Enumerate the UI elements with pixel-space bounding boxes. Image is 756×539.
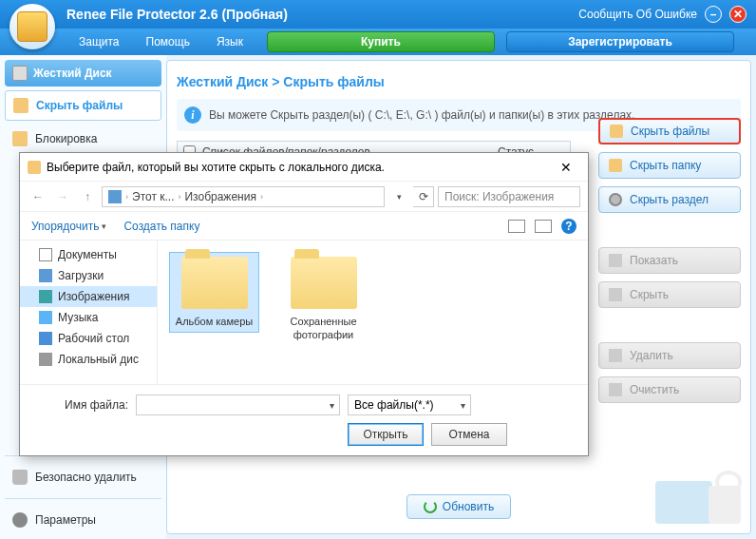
- path-segment-images[interactable]: Изображения: [184, 190, 255, 203]
- lock-icon: [28, 161, 41, 174]
- cancel-button[interactable]: Отмена: [431, 423, 507, 446]
- tree-item-localdisk[interactable]: Локальный дис: [20, 349, 157, 370]
- buy-button[interactable]: Купить: [267, 31, 495, 52]
- refresh-label: Обновить: [443, 500, 494, 513]
- organize-menu[interactable]: Упорядочить ▾: [31, 220, 106, 233]
- action-delete: Удалить: [598, 342, 741, 369]
- sidebar-item-hide-files[interactable]: Скрыть файлы: [5, 90, 161, 121]
- file-item-camera-album[interactable]: Альбом камеры: [169, 252, 259, 333]
- images-icon: [39, 290, 52, 303]
- action-hide-folder[interactable]: Скрыть папку: [598, 152, 741, 179]
- tree-label: Локальный дис: [58, 353, 139, 366]
- menu-help[interactable]: Помощь: [134, 31, 202, 52]
- search-input[interactable]: Поиск: Изображения: [438, 186, 580, 207]
- sidebar-item-label: Параметры: [35, 513, 96, 527]
- tree-label: Музыка: [58, 311, 98, 324]
- action-label: Скрыть папку: [630, 159, 701, 172]
- register-button[interactable]: Зарегистрировать: [506, 31, 734, 52]
- view-mode-button[interactable]: [508, 220, 525, 233]
- disk-icon: [12, 66, 28, 81]
- sidebar-item-params[interactable]: Параметры: [5, 506, 161, 534]
- action-hide: Скрыть: [598, 281, 741, 308]
- sidebar-item-lock[interactable]: Блокировка: [5, 125, 161, 153]
- dialog-title: Выберите файл, который вы хотите скрыть …: [47, 161, 385, 174]
- nav-forward-button[interactable]: →: [52, 186, 73, 207]
- filename-label: Имя файла:: [33, 398, 128, 412]
- path-bar[interactable]: › Этот к... › Изображения ›: [102, 186, 385, 207]
- filename-input[interactable]: [136, 395, 340, 415]
- nav-back-button[interactable]: ←: [28, 186, 48, 207]
- dialog-close-button[interactable]: ✕: [552, 160, 580, 175]
- app-logo: [9, 4, 55, 49]
- close-button[interactable]: ✕: [729, 6, 747, 23]
- sidebar-item-safe-delete[interactable]: Безопасно удалить: [5, 463, 161, 491]
- disk-icon: [39, 353, 52, 366]
- file-icon: [610, 125, 623, 138]
- tree-label: Рабочий стол: [58, 332, 129, 345]
- trash-icon: [12, 470, 28, 485]
- tree-item-images[interactable]: Изображения: [20, 286, 157, 307]
- music-icon: [39, 311, 52, 324]
- file-label: Альбом камеры: [174, 315, 255, 328]
- folder-icon: [181, 257, 248, 309]
- tree-label: Загрузки: [58, 269, 104, 282]
- tree-item-desktop[interactable]: Рабочий стол: [20, 328, 157, 349]
- show-icon: [609, 254, 622, 267]
- nav-refresh-button[interactable]: ⟳: [413, 186, 434, 207]
- preview-pane-button[interactable]: [535, 220, 552, 233]
- lock-icon: [12, 131, 28, 146]
- report-bug-link[interactable]: Сообщить Об Ошибке: [578, 8, 697, 21]
- sidebar-item-label: Безопасно удалить: [35, 471, 137, 484]
- disk-icon: [609, 193, 622, 206]
- action-hide-files[interactable]: Скрыть файлы: [598, 118, 741, 144]
- app-title: Renee File Protector 2.6 (Пробная): [66, 7, 288, 22]
- folder-icon: [291, 257, 357, 309]
- folder-icon: [13, 98, 28, 113]
- desktop-icon: [39, 332, 52, 345]
- download-icon: [39, 269, 52, 282]
- delete-icon: [609, 349, 622, 362]
- folder-icon: [609, 159, 622, 172]
- breadcrumb: Жесткий Диск > Скрыть файлы: [177, 70, 741, 99]
- action-label: Очистить: [630, 383, 679, 396]
- help-button[interactable]: ?: [561, 219, 576, 234]
- action-label: Скрыть раздел: [630, 193, 709, 206]
- action-hide-partition[interactable]: Скрыть раздел: [598, 186, 741, 213]
- minimize-button[interactable]: –: [705, 6, 722, 23]
- sidebar-header-label: Жесткий Диск: [33, 67, 112, 80]
- info-text: Вы можете Скрыть раздел(ы) ( C:\, E:\, G…: [209, 108, 634, 122]
- file-item-saved-photos[interactable]: Сохраненные фотографии: [278, 252, 369, 347]
- action-label: Скрыть файлы: [631, 125, 709, 138]
- action-clear: Очистить: [598, 376, 741, 403]
- action-label: Удалить: [630, 349, 673, 362]
- action-label: Скрыть: [630, 288, 669, 301]
- action-panel: Скрыть файлы Скрыть папку Скрыть раздел …: [598, 118, 741, 403]
- tree-item-documents[interactable]: Документы: [20, 244, 157, 265]
- nav-up-button[interactable]: ↑: [77, 186, 98, 207]
- organize-label: Упорядочить: [31, 220, 99, 233]
- filter-select[interactable]: Все файлы(*.*): [348, 395, 471, 415]
- menu-language[interactable]: Язык: [204, 31, 255, 52]
- tree-item-downloads[interactable]: Загрузки: [20, 265, 157, 286]
- new-folder-label: Создать папку: [123, 220, 199, 233]
- path-segment-pc[interactable]: Этот к...: [132, 190, 174, 203]
- clear-icon: [609, 383, 622, 396]
- open-button[interactable]: Открыть: [348, 423, 424, 446]
- file-open-dialog: Выберите файл, который вы хотите скрыть …: [19, 152, 589, 456]
- action-label: Показать: [630, 254, 678, 267]
- hide-icon: [609, 288, 622, 301]
- file-list: Альбом камеры Сохраненные фотографии: [158, 241, 588, 384]
- tree-item-music[interactable]: Музыка: [20, 307, 157, 328]
- file-label: Сохраненные фотографии: [283, 315, 364, 342]
- folder-tree: Документы Загрузки Изображения Музыка Ра…: [20, 241, 158, 384]
- path-dropdown-button[interactable]: ▾: [388, 186, 409, 207]
- new-folder-button[interactable]: Создать папку: [123, 220, 199, 233]
- refresh-button[interactable]: Обновить: [406, 494, 511, 519]
- info-icon: i: [184, 106, 201, 124]
- pc-icon: [108, 190, 122, 203]
- decoration: [655, 457, 741, 524]
- search-placeholder: Поиск: Изображения: [444, 190, 554, 203]
- gear-icon: [12, 512, 28, 528]
- filter-value: Все файлы(*.*): [354, 398, 434, 412]
- menu-protect[interactable]: Защита: [66, 31, 132, 52]
